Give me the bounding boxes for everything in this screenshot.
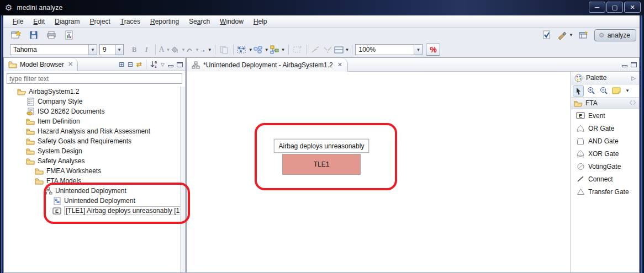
tree-item-label: Safety Goals and Requirements bbox=[38, 137, 131, 145]
perspective-analyze-button[interactable]: ⚙ analyze bbox=[594, 29, 636, 41]
new-wizard-button[interactable] bbox=[10, 29, 22, 41]
maximize-view-icon[interactable] bbox=[177, 62, 183, 67]
tree-scrollbar[interactable] bbox=[180, 87, 185, 272]
save-button[interactable] bbox=[28, 29, 40, 41]
palette-header[interactable]: Palette ▷ bbox=[571, 72, 639, 84]
minimize-button[interactable]: ─ bbox=[589, 2, 605, 13]
palette-item-or-gate[interactable]: OR Gate bbox=[571, 122, 639, 135]
editor-tab[interactable]: *Unintended Deployment - AirbagSystem1.2… bbox=[187, 58, 348, 72]
maximize-editor-icon[interactable] bbox=[631, 62, 637, 67]
tree-item-company-style[interactable]: Company Style bbox=[4, 97, 180, 106]
minimize-view-icon[interactable] bbox=[168, 65, 173, 67]
line-style-dropdown[interactable]: ▼ bbox=[208, 47, 212, 52]
analyze-label: analyze bbox=[608, 31, 630, 39]
tree-item-safety-analyses[interactable]: Safety Analyses bbox=[4, 156, 180, 166]
and-gate-icon bbox=[576, 137, 585, 145]
validate-button[interactable] bbox=[541, 29, 553, 41]
minimize-editor-icon[interactable] bbox=[622, 65, 627, 67]
model-browser-close-icon[interactable]: ✕ bbox=[68, 61, 73, 68]
resize-selection-button[interactable] bbox=[292, 44, 304, 56]
format-brush-dropdown[interactable]: ▼ bbox=[569, 33, 573, 38]
zoom-percent-button[interactable]: % bbox=[426, 44, 440, 56]
menu-reporting[interactable]: Reporting bbox=[145, 16, 184, 27]
italic-button[interactable]: I bbox=[140, 44, 152, 56]
menu-project[interactable]: Project bbox=[85, 16, 115, 27]
select-elements-button[interactable]: ▼ bbox=[236, 44, 253, 56]
font-size-combo[interactable]: 9 ▼ bbox=[99, 44, 124, 55]
folder-icon bbox=[26, 137, 35, 146]
align-shapes-dropdown[interactable]: ▼ bbox=[265, 47, 269, 52]
show-compartments-dropdown[interactable]: ▼ bbox=[345, 47, 350, 52]
font-color-dropdown[interactable]: ▼ bbox=[166, 47, 171, 52]
open-perspective-button[interactable] bbox=[578, 29, 590, 41]
tree-item-system-design[interactable]: System Design bbox=[4, 146, 180, 156]
tree-item-iso-26262-documents[interactable]: ISO 26262 Documents bbox=[4, 106, 180, 116]
palette-item-transfer-gate[interactable]: Transfer Gate bbox=[571, 185, 639, 198]
tree-item-airbagsystem1-2[interactable]: AirbagSystem1.2 bbox=[4, 87, 180, 97]
palette-expand-icon[interactable]: ▷ bbox=[631, 75, 636, 81]
layout-diagram-button[interactable]: ▼ bbox=[269, 44, 286, 56]
tree-item-fmea-worksheets[interactable]: FMEA Worksheets bbox=[4, 166, 180, 176]
align-shapes-button[interactable]: ▼ bbox=[253, 44, 269, 56]
tree-filter-input[interactable] bbox=[7, 73, 182, 84]
palette-item-connect[interactable]: Connect bbox=[571, 173, 639, 185]
close-button[interactable]: ✕ bbox=[624, 2, 641, 13]
fill-color-button[interactable]: ▼ bbox=[171, 44, 186, 56]
folder-icon bbox=[35, 167, 44, 175]
zoom-in-tool[interactable] bbox=[585, 85, 597, 97]
drawer-pin-icon[interactable] bbox=[629, 99, 636, 107]
link-with-editor-icon[interactable]: ⇄ bbox=[136, 61, 142, 68]
app-logo-gear-icon: ⚙ bbox=[5, 3, 12, 13]
window-title: medini analyze bbox=[17, 4, 62, 12]
tree-item-hazard-analysis-and-risk-assessment[interactable]: Hazard Analysis and Risk Assessment bbox=[4, 126, 180, 136]
format-brush-button[interactable]: ▼ bbox=[557, 29, 573, 41]
show-compartments-button[interactable]: ▼ bbox=[334, 44, 350, 56]
collapse-all-icon[interactable]: ⊟ bbox=[128, 61, 133, 68]
font-color-button[interactable]: A ▼ bbox=[159, 44, 171, 56]
fill-color-dropdown[interactable]: ▼ bbox=[181, 47, 186, 52]
palette-item-event[interactable]: EEvent bbox=[571, 109, 639, 122]
title-bar[interactable]: ⚙ medini analyze ─ ▢ ✕ bbox=[0, 0, 644, 15]
connect-icon bbox=[576, 175, 585, 183]
zoom-out-tool[interactable] bbox=[598, 85, 609, 97]
folder-icon bbox=[35, 177, 44, 185]
zoom-combo[interactable]: 100% ▼ bbox=[355, 44, 423, 55]
font-name-combo[interactable]: Tahoma ▼ bbox=[10, 44, 97, 55]
menu-file[interactable]: File bbox=[8, 16, 28, 27]
doc-arrow-icon bbox=[26, 108, 35, 116]
palette-icon bbox=[574, 74, 583, 82]
maximize-button[interactable]: ▢ bbox=[606, 2, 623, 13]
select-elements-dropdown[interactable]: ▼ bbox=[249, 47, 253, 52]
report-button[interactable] bbox=[63, 29, 75, 41]
fta-drawer-header[interactable]: FTA bbox=[571, 98, 639, 109]
line-style-button[interactable]: → ▼ bbox=[199, 44, 212, 56]
menu-window[interactable]: Window bbox=[215, 16, 249, 27]
palette-item-label: Connect bbox=[588, 175, 613, 183]
select-tool[interactable] bbox=[573, 85, 584, 97]
menu-search[interactable]: Search bbox=[184, 16, 215, 27]
copy-appearance-button[interactable] bbox=[218, 44, 230, 56]
palette-item-and-gate[interactable]: AND Gate bbox=[571, 135, 639, 147]
palette-item-votinggate[interactable]: VotingGate bbox=[571, 160, 639, 173]
menu-help[interactable]: Help bbox=[249, 16, 272, 27]
palette-item-xor-gate[interactable]: XOR Gate bbox=[571, 147, 639, 160]
tree-item-safety-goals-and-requirements[interactable]: Safety Goals and Requirements bbox=[4, 136, 180, 146]
bold-button[interactable]: B bbox=[128, 44, 140, 56]
note-tool-dropdown[interactable]: ▼ bbox=[625, 88, 630, 93]
layout-diagram-dropdown[interactable]: ▼ bbox=[281, 47, 286, 52]
merge-link-button[interactable] bbox=[310, 44, 322, 56]
model-browser-tab[interactable]: Model Browser ✕ bbox=[4, 58, 78, 71]
view-menu-icon[interactable]: ▽ bbox=[161, 62, 165, 67]
line-color-button[interactable]: ▼ bbox=[186, 44, 199, 56]
sort-alphabetically-icon[interactable]: az bbox=[150, 60, 157, 69]
menu-diagram[interactable]: Diagram bbox=[50, 16, 85, 27]
print-button[interactable] bbox=[45, 29, 57, 41]
editor-tab-close-icon[interactable]: ✕ bbox=[337, 61, 342, 68]
split-link-button[interactable] bbox=[322, 44, 334, 56]
menu-traces[interactable]: Traces bbox=[115, 16, 145, 27]
menu-edit[interactable]: Edit bbox=[28, 16, 50, 27]
tree-item-item-definition[interactable]: Item Definition bbox=[4, 116, 180, 126]
expand-all-icon[interactable]: ⊞ bbox=[119, 61, 124, 68]
note-tool[interactable] bbox=[611, 85, 622, 97]
line-color-dropdown[interactable]: ▼ bbox=[195, 47, 199, 52]
